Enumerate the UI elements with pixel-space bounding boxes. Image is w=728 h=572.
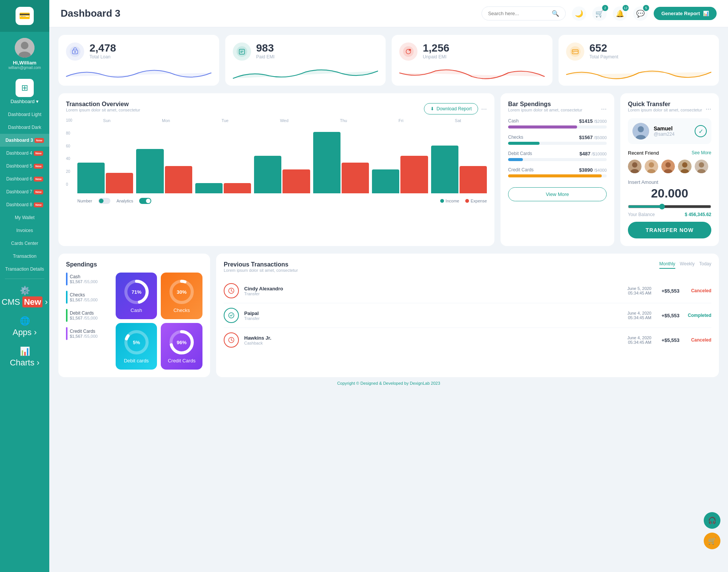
qt-name: Samuel: [654, 125, 675, 132]
sidebar-item-transaction-details[interactable]: Transaction Details: [0, 263, 49, 276]
spendings-cash-amount: $1,567 /55,000: [70, 279, 97, 284]
sidebar-item-dashboard-dark[interactable]: Dashboard Dark: [0, 121, 49, 134]
paid-emi-label: Paid EMI: [256, 54, 275, 60]
sidebar-item-cards-center[interactable]: Cards Center: [0, 237, 49, 250]
stat-card-unpaid-emi: 1,256 Unpaid EMI: [392, 35, 552, 86]
tab-weekly[interactable]: Weekly: [680, 261, 695, 269]
debit-donut: 5%: [123, 329, 150, 356]
bar-spendings-more-button[interactable]: ···: [601, 105, 607, 113]
user-email: william@gmail.com: [8, 66, 41, 70]
svg-point-13: [573, 52, 574, 53]
bar-expense: [106, 173, 133, 193]
transaction-overview-subtitle: Lorem ipsum dolor sit amet, consectetur: [66, 108, 140, 112]
download-report-button[interactable]: ⬇ Download Report: [424, 103, 478, 114]
tab-monthly[interactable]: Monthly: [659, 261, 675, 269]
stat-card-total-payment: 652 Total Payment: [559, 35, 719, 86]
quick-transfer-title: Quick Transfer: [628, 101, 702, 108]
sidebar-item-apps[interactable]: 🌐 Apps ›: [0, 312, 49, 343]
sidebar-item-dashboard-5[interactable]: Dashboard 5 New: [0, 160, 49, 172]
income-legend-label: Income: [446, 199, 459, 203]
income-legend-dot: [440, 199, 444, 203]
quick-transfer-subtitle: Lorem ipsum dolor sit amet, consectetur: [628, 108, 702, 112]
sidebar-item-dashboard-8[interactable]: Dashboard 8 New: [0, 198, 49, 211]
total-payment-label: Total Payment: [590, 54, 618, 60]
sidebar-item-invoices[interactable]: Invoices: [0, 224, 49, 237]
search-box: 🔍: [482, 6, 566, 20]
sidebar-item-dashboard-3[interactable]: Dashboard 3 New: [0, 134, 49, 147]
badge-new: New: [35, 138, 44, 143]
debit-label: Debit cards: [124, 358, 149, 364]
tx-icon-paipal: [224, 308, 239, 323]
transaction-overview-more-button[interactable]: ···: [481, 105, 487, 113]
spending-circle-credit: 96% Credit Cards: [161, 323, 202, 370]
spending-checks-label: Checks: [508, 135, 523, 140]
bell-button[interactable]: 🔔 12: [613, 6, 627, 21]
tx-info-paipal: Paipal Transfer: [244, 310, 622, 321]
sidebar: 💳 Hi,William william@gmail.com ⊞ Dashboa…: [0, 0, 49, 572]
view-more-button[interactable]: View More: [508, 187, 607, 201]
svg-text:5%: 5%: [133, 340, 140, 345]
sidebar-item-transaction[interactable]: Transaction: [0, 250, 49, 263]
header-right: 🔍 🌙 🛒 2 🔔 12 💬 5 Generate Report 📊: [482, 6, 717, 21]
cart-fab[interactable]: 🛒: [704, 533, 720, 549]
avatar: [15, 38, 35, 58]
transfer-now-button[interactable]: TRANSFER NOW: [628, 222, 711, 238]
sidebar-item-dashboard-4[interactable]: Dashboard 4 New: [0, 147, 49, 160]
main-content: Dashboard 3 🔍 🌙 🛒 2 🔔 12 💬 5 Generate Re…: [49, 0, 728, 572]
svg-point-11: [570, 46, 581, 57]
spendings-title: Spendings: [66, 261, 202, 268]
svg-point-15: [638, 126, 644, 132]
tx-name-cindy: Cindy Alexandro: [244, 286, 622, 291]
bar-spendings-card: Bar Spendings Lorem ipsum dolor sit amet…: [500, 93, 614, 246]
toggle-analytics[interactable]: [139, 198, 151, 204]
friend-avatar-4[interactable]: [678, 160, 692, 173]
search-icon[interactable]: 🔍: [552, 10, 559, 17]
toggle-number[interactable]: [98, 198, 110, 204]
spending-item-debit: Debit Cards $487 /$10000: [508, 151, 607, 161]
tx-date-cindy: June 5, 2020 05:34:45 AM: [627, 286, 651, 295]
credit-donut: 96%: [168, 329, 195, 356]
friend-avatar-5[interactable]: [695, 160, 708, 173]
sidebar-item-dashboard-6[interactable]: Dashboard 6 New: [0, 172, 49, 185]
bar-group-mon: [136, 149, 192, 193]
generate-report-button[interactable]: Generate Report 📊: [654, 7, 717, 20]
content-area: 2,478 Total Loan: [49, 27, 728, 572]
tx-info-cindy: Cindy Alexandro Transfer: [244, 286, 622, 296]
see-more-button[interactable]: See More: [692, 150, 711, 156]
legend-number: Number: [77, 199, 92, 203]
svg-point-21: [649, 162, 654, 168]
sidebar-item-dashboard-7[interactable]: Dashboard 7 New: [0, 185, 49, 198]
tx-type-hawkins: Cashback: [244, 341, 622, 345]
page-title: Dashboard 3: [61, 8, 121, 19]
friend-avatar-2[interactable]: [645, 160, 658, 173]
chat-button[interactable]: 💬 5: [633, 6, 648, 21]
spendings-card: Spendings Cash $1,567 /55,000: [58, 254, 210, 377]
cart-button[interactable]: 🛒 2: [592, 6, 607, 21]
sidebar-item-my-wallet[interactable]: My Wallet: [0, 211, 49, 224]
friend-avatar-3[interactable]: [661, 160, 675, 173]
friend-avatar-1[interactable]: [628, 160, 642, 173]
cash-label: Cash: [130, 307, 142, 313]
sidebar-item-charts[interactable]: 📊 Charts ›: [0, 343, 49, 373]
dashboard-label[interactable]: Dashboard ▾: [11, 99, 39, 104]
spending-credit-label: Credit Cards: [508, 167, 533, 173]
bar-spendings-list: Cash $1415 /$2000 Checks $1567 /$5000: [508, 118, 607, 177]
moon-button[interactable]: 🌙: [572, 6, 586, 21]
sidebar-item-dashboard-light[interactable]: Dashboard Light: [0, 108, 49, 121]
unpaid-emi-label: Unpaid EMI: [423, 54, 449, 60]
stat-cards: 2,478 Total Loan: [58, 35, 719, 86]
spendings-cash-label: Cash: [70, 274, 97, 279]
dashboard-icon: ⊞: [16, 79, 34, 97]
stat-card-paid-emi: 983 Paid EMI: [225, 35, 386, 86]
headset-fab[interactable]: 🎧: [704, 512, 720, 529]
logo-icon: 💳: [16, 7, 34, 25]
spendings-list: Cash $1,567 /55,000 Checks $1,567 /55,0: [66, 273, 110, 370]
amount-slider[interactable]: [628, 204, 711, 210]
svg-point-8: [403, 46, 414, 57]
qt-check-icon[interactable]: ✓: [695, 125, 707, 137]
search-input[interactable]: [488, 11, 549, 16]
quick-transfer-more-button[interactable]: ···: [706, 105, 711, 113]
sidebar-item-cms[interactable]: ⚙️ CMS New ›: [0, 282, 49, 312]
tab-today[interactable]: Today: [699, 261, 711, 269]
checks-donut: 30%: [168, 279, 195, 305]
